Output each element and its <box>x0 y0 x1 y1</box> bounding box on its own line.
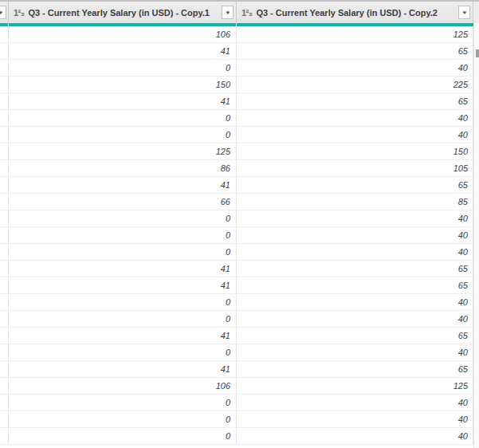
cell-copy1[interactable]: 0 <box>9 60 237 76</box>
prev-column-cell[interactable] <box>0 428 9 444</box>
table-row: 0 40 <box>0 294 479 311</box>
table-row: 0 40 <box>0 210 479 227</box>
cell-copy2[interactable]: 225 <box>237 77 473 92</box>
cell-copy2[interactable]: 40 <box>237 294 473 310</box>
vertical-scrollbar-track[interactable] <box>473 23 479 448</box>
prev-column-cell[interactable] <box>0 210 9 226</box>
cell-copy1[interactable]: 41 <box>9 277 237 293</box>
cell-copy1[interactable]: 0 <box>9 395 237 411</box>
prev-column-cell[interactable] <box>0 143 9 159</box>
prev-column-cell[interactable] <box>0 160 9 176</box>
cell-copy2[interactable]: 40 <box>237 411 473 427</box>
prev-column-cell[interactable] <box>0 294 9 310</box>
cell-copy1[interactable]: 0 <box>9 110 237 126</box>
prev-column-cell[interactable] <box>0 110 9 126</box>
cell-copy1[interactable]: 41 <box>9 261 237 277</box>
cell-copy2[interactable]: 65 <box>237 177 473 193</box>
table-row: 0 40 <box>0 60 479 77</box>
prev-column-cell[interactable] <box>0 378 9 394</box>
chevron-down-icon: ▼ <box>461 10 468 15</box>
cell-copy1[interactable]: 106 <box>9 378 237 394</box>
prev-column-cell[interactable] <box>0 177 9 193</box>
column-header-copy2[interactable]: 1²₃ Q3 - Current Yearly Salary (in USD) … <box>237 2 473 23</box>
cell-copy1[interactable]: 0 <box>9 411 237 427</box>
table-row: 0 40 <box>0 110 479 127</box>
cell-copy2[interactable]: 40 <box>237 311 473 327</box>
cell-copy1[interactable]: 0 <box>9 311 237 327</box>
cell-copy2[interactable]: 40 <box>237 110 473 126</box>
table-row: 41 65 <box>0 43 479 60</box>
cell-copy1[interactable]: 106 <box>9 26 237 42</box>
prev-column-cell[interactable] <box>0 361 9 377</box>
table-row: 0 40 <box>0 227 479 244</box>
prev-column-header-sliver[interactable]: ▼ <box>0 2 9 23</box>
cell-copy1[interactable]: 0 <box>9 210 237 226</box>
filter-dropdown-button[interactable]: ▼ <box>222 6 234 19</box>
cell-copy2[interactable]: 40 <box>237 344 473 360</box>
cell-copy1[interactable]: 0 <box>9 428 237 444</box>
prev-column-filter-dropdown-button[interactable]: ▼ <box>0 6 6 19</box>
number-type-icon[interactable]: 1²₃ <box>241 8 252 18</box>
table-row: 0 40 <box>0 244 479 261</box>
cell-copy2[interactable]: 40 <box>237 428 473 444</box>
cell-copy2[interactable]: 40 <box>237 60 473 76</box>
prev-column-cell[interactable] <box>0 277 9 293</box>
cell-copy1[interactable]: 0 <box>9 294 237 310</box>
prev-column-cell[interactable] <box>0 261 9 277</box>
table-row: 41 65 <box>0 277 479 294</box>
cell-copy2[interactable]: 65 <box>237 43 473 59</box>
cell-copy2[interactable]: 40 <box>237 127 473 143</box>
cell-copy1[interactable]: 86 <box>9 160 237 176</box>
cell-copy1[interactable]: 0 <box>9 227 237 243</box>
cell-copy2[interactable]: 125 <box>237 26 473 42</box>
cell-copy2[interactable]: 40 <box>237 210 473 226</box>
cell-copy2[interactable]: 150 <box>237 143 473 159</box>
prev-column-cell[interactable] <box>0 328 9 344</box>
prev-column-cell[interactable] <box>0 344 9 360</box>
cell-copy1[interactable]: 66 <box>9 194 237 210</box>
table-row: 106 125 <box>0 26 479 43</box>
filter-dropdown-button[interactable]: ▼ <box>458 6 470 19</box>
number-type-icon[interactable]: 1²₃ <box>14 8 24 18</box>
cell-copy2[interactable]: 65 <box>237 93 473 109</box>
cell-copy1[interactable]: 0 <box>9 244 237 260</box>
prev-column-cell[interactable] <box>0 60 9 76</box>
prev-column-cell[interactable] <box>0 227 9 243</box>
header-scroll-gutter <box>473 2 479 23</box>
prev-column-cell[interactable] <box>0 77 9 92</box>
cell-copy2[interactable]: 65 <box>237 277 473 293</box>
cell-copy2[interactable]: 40 <box>237 227 473 243</box>
table-row: 150 225 <box>0 77 479 93</box>
cell-copy2[interactable]: 40 <box>237 395 473 411</box>
prev-column-cell[interactable] <box>0 127 9 143</box>
cell-copy1[interactable]: 41 <box>9 177 237 193</box>
cell-copy2[interactable]: 40 <box>237 244 473 260</box>
cell-copy2[interactable]: 65 <box>237 328 473 344</box>
prev-column-cell[interactable] <box>0 244 9 260</box>
cell-copy1[interactable]: 41 <box>9 328 237 344</box>
cell-copy2[interactable]: 125 <box>237 378 473 394</box>
cell-copy1[interactable]: 0 <box>9 344 237 360</box>
cell-copy2[interactable]: 65 <box>237 261 473 277</box>
cell-copy1[interactable]: 0 <box>9 127 237 143</box>
cell-copy1[interactable]: 150 <box>9 77 237 92</box>
cell-copy1[interactable]: 41 <box>9 43 237 59</box>
cell-copy2[interactable]: 85 <box>237 194 473 210</box>
cell-copy2[interactable]: 105 <box>237 160 473 176</box>
cell-copy1[interactable]: 41 <box>9 361 237 377</box>
table-row: 0 40 <box>0 344 479 361</box>
prev-column-cell[interactable] <box>0 26 9 42</box>
prev-column-cell[interactable] <box>0 43 9 59</box>
prev-column-cell[interactable] <box>0 411 9 427</box>
vertical-scrollbar-thumb[interactable] <box>476 49 479 57</box>
column-header-copy1[interactable]: 1²₃ Q3 - Current Yearly Salary (in USD) … <box>9 2 237 23</box>
prev-column-cell[interactable] <box>0 194 9 210</box>
cell-copy1[interactable]: 125 <box>9 143 237 159</box>
cell-copy2[interactable]: 65 <box>237 361 473 377</box>
prev-column-cell[interactable] <box>0 93 9 109</box>
prev-column-cell[interactable] <box>0 311 9 327</box>
cell-copy1[interactable]: 41 <box>9 93 237 109</box>
prev-column-cell[interactable] <box>0 395 9 411</box>
table-row: 41 65 <box>0 93 479 110</box>
table-row: 0 40 <box>0 428 479 445</box>
